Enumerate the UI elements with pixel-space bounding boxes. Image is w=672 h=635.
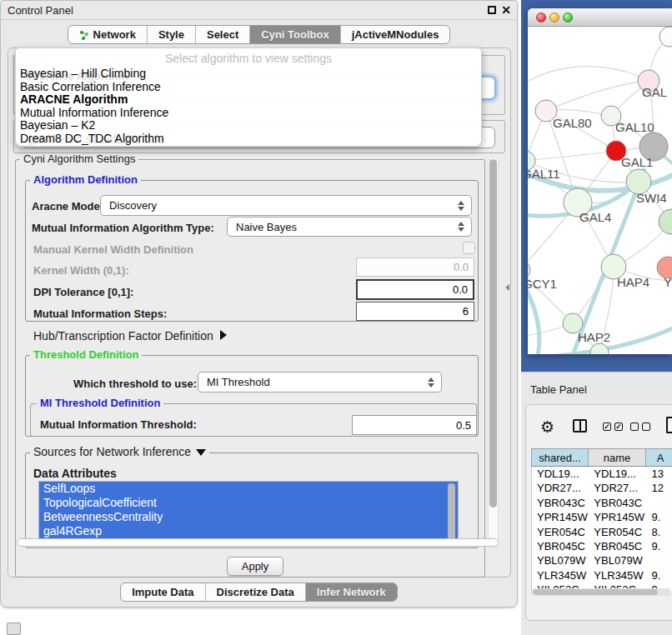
control-panel-title: Control Panel <box>8 4 73 17</box>
mi-steps-input[interactable] <box>356 302 474 321</box>
mi-type-label: Mutual Information Algorithm Type: <box>32 222 214 234</box>
table-horizontal-scrollbar[interactable] <box>531 588 671 596</box>
split-pane-divider-icon[interactable] <box>505 284 509 291</box>
tab-impute-data[interactable]: Impute Data <box>121 583 204 601</box>
tab-select[interactable]: Select <box>195 26 249 43</box>
mi-type-combo[interactable]: Naive Bayes <box>227 217 472 237</box>
sources-group-title[interactable]: Sources for Network Inference <box>30 446 209 458</box>
manual-kernel-checkbox[interactable] <box>463 242 475 254</box>
column-header-shared[interactable]: shared... <box>532 449 589 466</box>
checked-columns-icon[interactable]: ✓✓ <box>603 422 623 431</box>
tab-label: Style <box>158 28 184 41</box>
node-salmon-label: Y <box>664 275 672 289</box>
table-cell: YDR27... <box>532 481 589 495</box>
network-edge[interactable] <box>546 81 649 111</box>
algorithm-dropdown-menu: Inference Algorithm gal-filtered.sif def… <box>15 48 482 147</box>
close-traffic-light[interactable] <box>536 12 546 22</box>
zoom-traffic-light[interactable] <box>563 12 573 22</box>
network-canvas-background: GALGAL80GAL10GAL1GAL11SWI4GAL4GCY1HAP4YH… <box>521 0 672 372</box>
node-partial-top[interactable] <box>659 27 672 47</box>
which-threshold-combo[interactable]: MI Threshold <box>198 372 442 392</box>
mi-threshold-input[interactable] <box>352 415 477 435</box>
table-cell <box>647 553 672 568</box>
dropdown-item-mutual-information-inference[interactable]: Mutual Information Inference <box>20 107 477 120</box>
table-cell: 9. <box>647 568 672 582</box>
table-cell: YLR345W <box>532 568 589 582</box>
attributes-list-scrollbar[interactable] <box>448 483 455 542</box>
column-header-name[interactable]: name <box>589 449 646 466</box>
apply-button[interactable]: Apply <box>227 557 283 576</box>
table-cell: YBR043C <box>589 496 646 510</box>
tab-infer-network[interactable]: Infer Network <box>305 583 397 601</box>
which-threshold-label: Which threshold to use: <box>73 378 197 390</box>
split-columns-icon[interactable] <box>573 419 587 432</box>
node-GCY1-label: GCY1 <box>528 277 557 291</box>
dropdown-item-bayesian-k2[interactable]: Bayesian – K2 <box>20 119 477 132</box>
table-body: YDL19...YDL19...13YDR27...YDR27...12YBR0… <box>531 467 672 592</box>
table-cell: 9. <box>647 539 672 553</box>
table-row[interactable]: YBR045CYBR045C9. <box>532 539 672 553</box>
table-row[interactable]: YPR145WYPR145W9. <box>532 510 672 524</box>
network-edge[interactable] <box>528 151 616 161</box>
tab-jactivemnodules[interactable]: jActiveMNodules <box>340 26 450 43</box>
network-view-window: GALGAL80GAL10GAL1GAL11SWI4GAL4GCY1HAP4YH… <box>528 8 672 354</box>
table-panel-title: Table Panel <box>530 383 587 396</box>
tab-discretize-data[interactable]: Discretize Data <box>205 583 305 601</box>
threshold-definition-title: Threshold Definition <box>30 349 142 361</box>
gear-icon[interactable]: ⚙ <box>540 419 554 435</box>
node-partial-bottom[interactable] <box>590 343 609 354</box>
dpi-tolerance-input[interactable] <box>356 279 474 300</box>
hub-definition-toggle[interactable]: Hub/Transcription Factor Definition <box>33 329 227 342</box>
collapsed-arrow-icon <box>220 330 227 340</box>
aracne-mode-combo[interactable]: Discovery <box>100 195 472 216</box>
close-icon[interactable]: ✕ <box>501 3 511 17</box>
node-GAL1-label: GAL1 <box>621 155 653 169</box>
node-HAP2-label: HAP2 <box>578 330 610 344</box>
kernel-width-input[interactable] <box>356 258 474 277</box>
table-row[interactable]: YDL19...YDL19...13 <box>532 467 672 481</box>
algorithm-definition-title: Algorithm Definition <box>30 174 141 186</box>
float-window-icon[interactable] <box>488 6 496 14</box>
node-GAL4-label: GAL4 <box>579 210 611 224</box>
data-attributes-list[interactable]: SelfLoopsTopologicalCoefficientBetweenne… <box>38 481 459 547</box>
table-row[interactable]: YDR27...YDR27...12 <box>532 481 672 495</box>
unchecked-columns-icon[interactable] <box>630 422 650 431</box>
minimize-traffic-light[interactable] <box>549 12 559 22</box>
tab-label: Infer Network <box>317 586 386 598</box>
document-icon[interactable] <box>666 417 672 433</box>
node-gal-cut-label: GAL <box>642 85 667 99</box>
tab-cyni-toolbox[interactable]: Cyni Toolbox <box>249 26 339 43</box>
network-window-titlebar[interactable] <box>528 8 672 27</box>
dropdown-item-aracne-algorithm[interactable]: ARACNE Algorithm <box>20 93 477 107</box>
node-SWI4-label: SWI4 <box>636 191 667 205</box>
settings-horizontal-scrollbar[interactable] <box>17 538 499 547</box>
tab-label: Discretize Data <box>217 586 294 598</box>
table-row[interactable]: YER054CYER054C8. <box>532 525 672 539</box>
table-cell: YBL079W <box>532 553 589 568</box>
attribute-item-gal4rgexp[interactable]: gal4RGexp <box>39 524 458 538</box>
table-row[interactable]: YLR345WYLR345W9. <box>532 568 672 582</box>
node-HAP4-label: HAP4 <box>617 275 649 289</box>
attribute-item-betweennesscentrality[interactable]: BetweennessCentrality <box>39 510 458 524</box>
table-row[interactable]: YBL079WYBL079W <box>532 553 672 568</box>
network-graph[interactable]: GALGAL80GAL10GAL1GAL11SWI4GAL4GCY1HAP4YH… <box>528 27 672 354</box>
tab-network[interactable]: Network <box>68 26 147 43</box>
settings-vertical-scrollbar[interactable] <box>488 157 499 548</box>
node-GAL10-label: GAL10 <box>615 120 654 134</box>
mi-threshold-label: Mutual Information Threshold: <box>40 418 197 431</box>
which-threshold-value: MI Threshold <box>198 376 424 388</box>
node-GAL11-label: GAL11 <box>528 167 560 181</box>
table-row[interactable]: YBR043CYBR043C <box>532 496 672 510</box>
tab-style[interactable]: Style <box>147 26 195 43</box>
minimized-panel-icon[interactable] <box>7 622 21 635</box>
control-panel-titlebar[interactable]: Control Panel ✕ <box>1 1 517 20</box>
attribute-item-selfloops[interactable]: SelfLoops <box>39 482 458 496</box>
table-cell: YER054C <box>532 525 589 539</box>
column-header-A[interactable]: A <box>646 449 672 466</box>
node-right-green[interactable] <box>659 209 672 234</box>
table-cell: YBR045C <box>589 539 646 553</box>
table-cell: 9. <box>647 510 672 524</box>
table-cell: YBR045C <box>532 539 589 553</box>
attribute-item-topologicalcoefficient[interactable]: TopologicalCoefficient <box>39 496 458 510</box>
table-cell: YBL079W <box>589 553 646 568</box>
